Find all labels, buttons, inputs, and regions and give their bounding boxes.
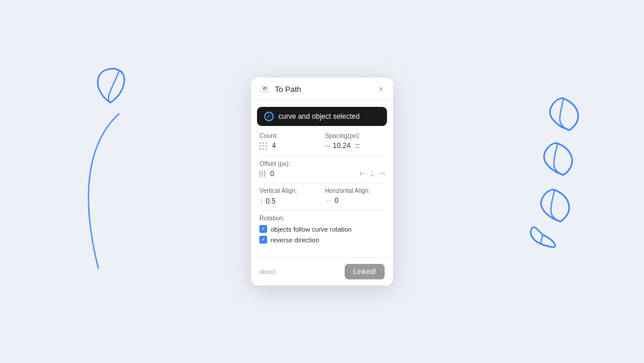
close-button[interactable]: × [377,84,385,94]
app-icon [259,84,270,94]
follow-curve-label: objects follow curve rotation [271,226,352,233]
to-path-dialog: To Path × curve and object selected Coun… [251,78,393,285]
vertical-align-field: Vertical Align: ↕ 0.5 [259,187,319,205]
spacing-label: Spacing(px): [325,132,385,139]
about-button[interactable]: about [259,268,276,275]
spacing-icon: ⇔ [325,142,330,150]
status-text: curve and object selected [278,112,360,121]
spacing-field: Spacing(px): ⇔ 10.24 [325,132,385,150]
count-input-row: 4 [259,141,319,150]
reverse-direction-label: reverse direction [271,236,319,244]
leaf-left-top-decoration [92,66,125,107]
count-spacing-row: Count: 4 Spacing(px): ⇔ 10.24 [259,132,385,150]
divider-2 [259,183,385,183]
dialog-header: To Path × [251,78,393,101]
count-label: Count: [259,132,319,139]
divider-3 [259,210,385,211]
follow-curve-checkbox[interactable] [259,225,267,233]
dialog-header-left: To Path [259,84,301,94]
count-field: Count: 4 [259,132,319,150]
dialog-title: To Path [275,85,301,94]
offset-value[interactable]: 0 [270,170,274,178]
reverse-direction-row: reverse direction [259,236,385,244]
horizontal-align-value[interactable]: 0 [335,196,339,205]
count-value[interactable]: 4 [272,141,276,150]
v-align-icon: ↕ [259,196,264,205]
leaves-right-decoration [513,96,590,251]
vertical-align-label: Vertical Align: [259,187,319,194]
spinner-icon [355,144,360,148]
horizontal-align-label: Horizontal Align: [325,187,385,194]
status-check-icon [264,112,274,121]
align-right-btn[interactable]: ⊣ [379,170,385,177]
curve-left-decoration [75,107,134,275]
rotation-section: Rotation: objects follow curve rotation … [259,214,385,244]
align-buttons-group: ⊢ ⊥ ⊣ [360,170,385,177]
reverse-direction-checkbox[interactable] [259,236,267,244]
follow-curve-row: objects follow curve rotation [259,225,385,233]
horizontal-align-input-row: ↔ 0 [325,196,385,205]
h-align-icon: ↔ [325,196,332,205]
spacing-value[interactable]: 10.24 [333,141,351,150]
align-center-btn[interactable]: ⊥ [369,170,375,177]
offset-row: Offset (px): 0 ⊢ ⊥ ⊣ [259,160,385,178]
grid-dots-icon [259,142,267,150]
rotation-label: Rotation: [259,214,385,222]
dialog-body: Count: 4 Spacing(px): ⇔ 10.24 [251,126,393,253]
offset-input-row: 0 ⊢ ⊥ ⊣ [259,170,385,178]
status-banner: curve and object selected [257,107,387,126]
linked-button[interactable]: Linked! [345,264,385,279]
align-left-btn[interactable]: ⊢ [360,170,366,177]
offset-icon [259,170,265,177]
divider-1 [259,156,385,156]
svg-point-0 [260,84,270,94]
align-row: Vertical Align: ↕ 0.5 Horizontal Align: … [259,187,385,205]
horizontal-align-field: Horizontal Align: ↔ 0 [325,187,385,205]
offset-label: Offset (px): [259,160,385,167]
vertical-align-input-row: ↕ 0.5 [259,196,319,205]
spacing-input-row: ⇔ 10.24 [325,141,385,150]
dialog-footer: about Linked! [251,257,393,285]
vertical-align-value[interactable]: 0.5 [266,197,276,205]
dialog-wrapper: To Path × curve and object selected Coun… [251,78,393,285]
